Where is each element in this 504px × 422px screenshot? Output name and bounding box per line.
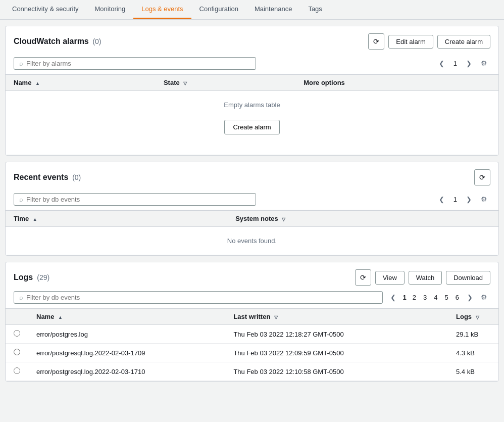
logs-page-4[interactable]: 4 [431, 294, 440, 301]
logs-row-last-written: Thu Feb 03 2022 12:10:58 GMT-0500 [225, 362, 448, 381]
logs-view-button[interactable]: View [375, 271, 405, 285]
logs-section: Logs (29) ⟳ View Watch Download ⌕ ❮ 1 2 … [5, 262, 499, 382]
logs-name-sort-icon: ▲ [58, 315, 63, 320]
logs-row-name: error/postgresql.log.2022-02-03-1709 [28, 344, 225, 362]
logs-count: (29) [37, 273, 49, 282]
recent-events-actions: ⟳ [474, 169, 490, 185]
logs-table-row: error/postgres.logThu Feb 03 2022 12:18:… [6, 325, 498, 344]
logs-next-page[interactable]: ❯ [463, 291, 476, 304]
tab-logs-events[interactable]: Logs & events [133, 0, 191, 19]
recent-events-col-system-notes[interactable]: System notes ▽ [227, 211, 498, 227]
cloudwatch-table-wrapper: Name ▲ State ▽ More options Empty alarms… [6, 74, 498, 155]
cloudwatch-count: (0) [92, 37, 101, 45]
cloudwatch-settings-button[interactable]: ⚙ [477, 57, 490, 70]
recent-events-search-row: ⌕ ❮ 1 ❯ ⚙ [6, 191, 498, 210]
logs-page-1[interactable]: 1 [401, 294, 409, 301]
logs-row-radio-2[interactable] [14, 367, 20, 374]
logs-row-radio-cell [6, 362, 28, 381]
logs-search-input[interactable] [26, 294, 377, 301]
cloudwatch-table: Name ▲ State ▽ More options Empty alarms… [6, 74, 498, 155]
create-alarm-button[interactable]: Create alarm [437, 35, 490, 49]
logs-actions: ⟳ View Watch Download [355, 269, 490, 286]
recent-events-section: Recent events (0) ⟳ ⌕ ❮ 1 ❯ ⚙ Time ▲ [5, 162, 499, 256]
logs-pagination: ❮ 1 2 3 4 5 6 ❯ ⚙ [387, 291, 490, 304]
logs-col-logs[interactable]: Logs ▽ [448, 309, 498, 325]
logs-row-radio-0[interactable] [14, 330, 20, 337]
recent-events-table-wrapper: Time ▲ System notes ▽ No events found. [6, 210, 498, 255]
logs-page-6[interactable]: 6 [452, 294, 462, 301]
tab-maintenance[interactable]: Maintenance [246, 0, 300, 19]
recent-events-system-notes-sort-icon: ▽ [282, 217, 285, 222]
cloudwatch-page-num: 1 [450, 60, 460, 67]
logs-row-last-written: Thu Feb 03 2022 12:18:27 GMT-0500 [225, 325, 448, 344]
tabs-bar: Connectivity & security Monitoring Logs … [0, 0, 504, 20]
logs-header: Logs (29) ⟳ View Watch Download [6, 262, 498, 291]
cloudwatch-name-sort-icon: ▲ [35, 81, 40, 86]
logs-row-radio-cell [6, 344, 28, 362]
logs-settings-button[interactable]: ⚙ [477, 291, 490, 304]
logs-prev-page[interactable]: ❮ [387, 291, 400, 304]
recent-events-refresh-button[interactable]: ⟳ [474, 169, 490, 185]
cloudwatch-col-state[interactable]: State ▽ [156, 75, 295, 91]
cloudwatch-empty-row: Empty alarms table Create alarm [6, 91, 498, 155]
tab-connectivity[interactable]: Connectivity & security [4, 0, 87, 19]
cloudwatch-pagination-controls: ❮ 1 ❯ ⚙ [435, 57, 490, 70]
logs-table-wrapper: Name ▲ Last written ▽ Logs ▽ error/postg… [6, 308, 498, 381]
recent-events-empty-text: No events found. [6, 227, 498, 255]
recent-events-search-icon: ⌕ [19, 196, 23, 203]
create-alarm-center-button[interactable]: Create alarm [224, 120, 279, 134]
recent-events-time-sort-icon: ▲ [33, 217, 37, 222]
recent-events-empty-row: No events found. [6, 227, 498, 255]
cloudwatch-empty-text: Empty alarms table Create alarm [6, 91, 498, 155]
logs-row-radio-cell [6, 325, 28, 344]
cloudwatch-col-more-options[interactable]: More options [295, 75, 498, 91]
cloudwatch-search-bar: ⌕ [14, 57, 256, 70]
recent-events-col-time[interactable]: Time ▲ [6, 211, 227, 227]
recent-events-title-group: Recent events (0) [14, 173, 81, 182]
logs-row-logs-size: 5.4 kB [448, 362, 498, 381]
recent-events-pagination-controls: ❮ 1 ❯ ⚙ [435, 193, 490, 206]
cloudwatch-actions: ⟳ Edit alarm Create alarm [368, 33, 490, 50]
logs-download-button[interactable]: Download [446, 271, 490, 285]
recent-events-page-num: 1 [450, 196, 460, 203]
logs-table: Name ▲ Last written ▽ Logs ▽ error/postg… [6, 308, 498, 381]
recent-events-title: Recent events [14, 173, 69, 181]
recent-events-prev-page[interactable]: ❮ [435, 193, 448, 206]
cloudwatch-table-header: Name ▲ State ▽ More options [6, 75, 498, 91]
logs-col-name[interactable]: Name ▲ [28, 309, 225, 325]
recent-events-search-input[interactable] [26, 196, 250, 203]
cloudwatch-prev-page[interactable]: ❮ [435, 57, 448, 70]
logs-page-2[interactable]: 2 [410, 294, 419, 301]
logs-row-logs-size: 29.1 kB [448, 325, 498, 344]
logs-search-bar: ⌕ [14, 291, 383, 304]
logs-last-written-sort-icon: ▽ [274, 315, 278, 320]
logs-page-5[interactable]: 5 [442, 294, 451, 301]
logs-table-row: error/postgresql.log.2022-02-03-1709Thu … [6, 344, 498, 362]
cloudwatch-section: CloudWatch alarms (0) ⟳ Edit alarm Creat… [5, 26, 499, 156]
cloudwatch-search-icon: ⌕ [19, 60, 23, 67]
logs-row-radio-1[interactable] [14, 349, 20, 355]
cloudwatch-search-input[interactable] [26, 60, 250, 67]
recent-events-next-page[interactable]: ❯ [462, 193, 475, 206]
recent-events-search-bar: ⌕ [14, 193, 256, 206]
logs-row-name: error/postgresql.log.2022-02-03-1710 [28, 362, 225, 381]
edit-alarm-button[interactable]: Edit alarm [388, 35, 433, 49]
logs-col-radio [6, 309, 28, 325]
cloudwatch-next-page[interactable]: ❯ [462, 57, 475, 70]
recent-events-table-header: Time ▲ System notes ▽ [6, 211, 498, 227]
logs-watch-button[interactable]: Watch [409, 271, 442, 285]
cloudwatch-col-name[interactable]: Name ▲ [6, 75, 156, 91]
logs-page-3[interactable]: 3 [420, 294, 430, 301]
cloudwatch-refresh-button[interactable]: ⟳ [368, 33, 384, 50]
logs-logs-sort-icon: ▽ [476, 315, 479, 320]
recent-events-count: (0) [72, 173, 81, 181]
logs-refresh-button[interactable]: ⟳ [355, 269, 371, 286]
cloudwatch-title-group: CloudWatch alarms (0) [14, 37, 102, 46]
logs-title: Logs [14, 273, 33, 282]
logs-table-row: error/postgresql.log.2022-02-03-1710Thu … [6, 362, 498, 381]
tab-monitoring[interactable]: Monitoring [87, 0, 134, 19]
tab-configuration[interactable]: Configuration [191, 0, 246, 19]
recent-events-settings-button[interactable]: ⚙ [477, 193, 490, 206]
tab-tags[interactable]: Tags [300, 0, 330, 19]
logs-col-last-written[interactable]: Last written ▽ [225, 309, 448, 325]
